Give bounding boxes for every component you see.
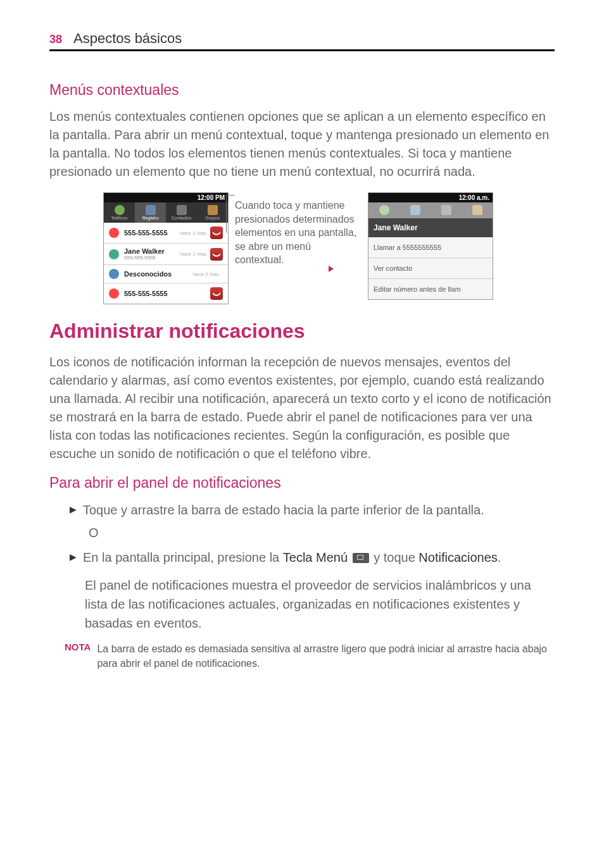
row-main: 555-555-5555 [124,290,210,297]
caption-leader-line [226,195,235,233]
text-segment: . [498,550,501,564]
call-row: Jane Walker 555-555-5555 hace 2 días [104,244,228,265]
text-segment: En la pantalla principal, presione la [83,550,283,564]
note-label: NOTA [65,642,91,652]
figure-caption: Cuando toca y mantiene presionados deter… [235,192,362,267]
row-title: 555-555-5555 [124,290,210,297]
row-main: Desconocidos [124,270,193,278]
figure-row: 12:00 PM Teléfono Registro Contactos Gru… [49,192,555,304]
bullet-icon: ▶ [70,552,77,562]
section-heading-contextual: Menús contextuales [49,82,555,99]
list-item: ▶ Toque y arrastre la barra de estado ha… [70,500,555,519]
call-row: 555-555-5555 hace 2 días [104,223,228,244]
outgoing-call-icon [109,249,119,259]
row-title: Jane Walker [124,247,180,255]
menu-item-label: Ver contacto [374,264,412,272]
menu-key-icon [353,553,369,563]
context-menu-item: Llamar a 5555555555 [368,237,493,258]
call-row: 555-555-5555 [104,283,228,304]
tecla-menu-label: Tecla Menú [283,550,348,564]
missed-call-icon [109,288,119,299]
text-segment: y toque [370,550,419,564]
panel-description: El panel de notificaciones muestra el pr… [85,576,555,633]
call-icon [210,287,223,300]
call-icon [210,248,223,261]
screenshot-context-menu: 12:00 a.m. Jane Walker Llamar a 55555555… [368,192,493,300]
tab-registro: Registro [135,202,166,223]
tab-label: Teléfono [111,216,127,220]
tab-bar-dim [368,202,493,218]
status-bar-right: 12:00 a.m. [368,193,493,202]
context-menu-header: Jane Walker [368,218,493,237]
admin-body: Los iconos de notificación informan la r… [49,353,555,463]
notificaciones-label: Notificaciones [418,550,498,564]
tab-bar: Teléfono Registro Contactos Grupos [104,202,228,223]
row-title: Desconocidos [124,270,193,278]
bullet-text: En la pantalla principal, presione la Te… [83,548,501,567]
call-row: Desconocidos hace 2 días [104,265,228,283]
row-title: 555-555-5555 [124,229,180,237]
page: 38 Aspectos básicos Menús contextuales L… [0,0,604,701]
or-separator: O [89,526,555,540]
page-header: 38 Aspectos básicos [49,30,555,51]
tab-label: Contactos [172,216,192,220]
chapter-title: Aspectos básicos [73,30,182,47]
caption-text: Cuando toca y mantiene presionados deter… [235,200,356,265]
missed-call-icon [109,228,119,238]
tab-grupos: Grupos [197,202,228,223]
subsection-open-panel: Para abrir el panel de notificaciones [49,474,555,492]
screenshot-call-log: 12:00 PM Teléfono Registro Contactos Gru… [103,192,229,304]
status-bar-left: 12:00 PM [104,193,228,202]
incoming-call-icon [109,269,119,279]
tab-label: Registro [142,216,158,220]
list-item: ▶ En la pantalla principal, presione la … [70,548,555,567]
page-number: 38 [49,33,62,46]
note-block: NOTA La barra de estado es demasiada sen… [65,642,555,671]
row-sub: 555-555-5555 [124,255,180,261]
context-menu-item: Ver contacto [368,258,493,279]
tab-telefono: Teléfono [104,202,135,223]
tab-label: Grupos [205,216,220,220]
bullet-text: Toque y arrastre la barra de estado haci… [83,500,484,519]
note-text: La barra de estado es demasiada sensitiv… [97,642,555,671]
tab-contactos: Contactos [166,202,197,223]
instruction-list: ▶ Toque y arrastre la barra de estado ha… [70,500,555,633]
context-menu-item: Editar número antes de llam [368,279,493,299]
contextual-body: Los menús contextuales contienen opcione… [49,108,555,181]
call-icon [210,226,223,239]
row-meta: hace 2 días [193,271,219,277]
row-meta: hace 2 días [180,230,206,236]
row-main: Jane Walker 555-555-5555 [124,247,180,261]
row-meta: hace 2 días [180,251,206,257]
row-main: 555-555-5555 [124,229,180,237]
bullet-icon: ▶ [70,504,77,514]
section-title-admin: Administrar notificaciones [49,319,555,343]
